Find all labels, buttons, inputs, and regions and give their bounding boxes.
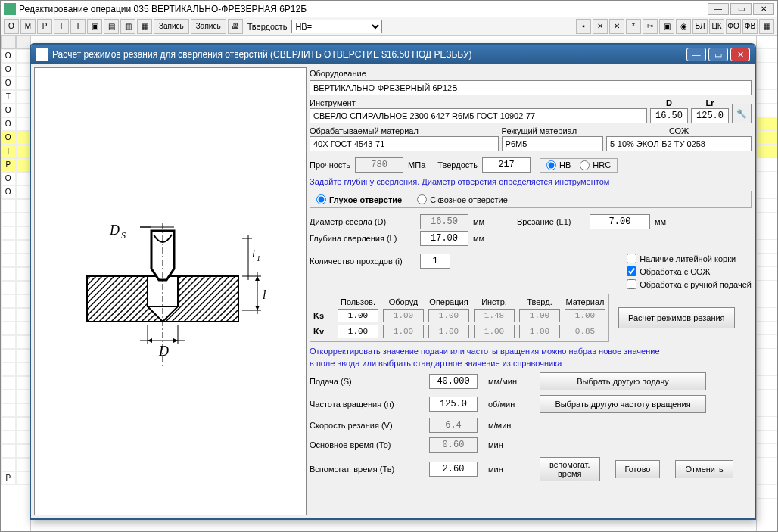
toolbar-icon-3[interactable]: ▥ — [120, 19, 135, 34]
left-grid: ОООТОООТРООР — [1, 36, 31, 531]
coef-table: Пользов. Оборуд Операция Инстр. Тверд. М… — [310, 294, 609, 342]
tool-field[interactable]: СВЕРЛО СПИРАЛЬНОЕ 2300-6427 R6M5 ГОСТ 10… — [310, 108, 647, 123]
through-hole-radio[interactable] — [417, 194, 427, 204]
speed-field — [429, 418, 478, 433]
kv-equip: 1.00 — [383, 325, 424, 338]
tab-m[interactable]: М — [20, 19, 36, 34]
equipment-field[interactable]: ВЕРТИКАЛЬНО-ФРЕЗЕРНЫЙ 6Р12Б — [310, 80, 752, 95]
toolbar-icon-1[interactable]: ▣ — [87, 19, 102, 34]
ks-user[interactable]: 1.00 — [338, 309, 378, 322]
material-field[interactable]: 40Х ГОСТ 4543-71 — [310, 136, 499, 151]
speed-label: Скорость резания (V) — [310, 421, 423, 430]
svg-marker-17 — [255, 276, 260, 281]
tab-r[interactable]: Р — [37, 19, 52, 34]
toolbar-cut-icon[interactable]: ✂ — [643, 19, 658, 34]
drill-diam-label: Диаметр сверла (D) — [310, 217, 415, 226]
svg-text:l: l — [252, 248, 255, 260]
tab-t2[interactable]: Т — [70, 19, 86, 34]
material-label: Обрабатываемый материал — [310, 126, 499, 135]
equipment-label: Оборудование — [310, 69, 752, 78]
cutting-mode-dialog: Расчет режимов резания для сверления отв… — [30, 43, 756, 520]
dialog-minimize-button[interactable]: — — [686, 48, 706, 61]
feed-label: Подача (S) — [310, 377, 423, 386]
toolbar-icon-4[interactable]: ▦ — [137, 19, 152, 34]
maximize-button[interactable]: ▭ — [730, 3, 752, 15]
correction-hint-1: Откорректировать значение подачи или час… — [310, 347, 752, 356]
hb-radio[interactable] — [546, 160, 556, 170]
passes-field[interactable] — [420, 254, 450, 269]
lr-input[interactable] — [691, 108, 729, 123]
dialog-titlebar: Расчет режимов резания для сверления отв… — [31, 45, 755, 64]
ok-button[interactable]: Готово — [615, 460, 661, 478]
toolbar-icon-2[interactable]: ▤ — [104, 19, 119, 34]
hardness-label: Твердость — [437, 160, 478, 170]
dialog-title: Расчет режимов резания для сверления отв… — [52, 49, 472, 60]
dialog-icon — [36, 48, 48, 61]
ks-tool: 1.48 — [474, 309, 515, 322]
correction-hint-2: в поле ввода или выбрать стандартное зна… — [310, 359, 752, 368]
rpm-field[interactable] — [429, 397, 478, 412]
cutmat-field[interactable]: P6M5 — [502, 136, 603, 151]
toolbar-delete-icon[interactable]: ✕ — [593, 19, 608, 34]
dialog-maximize-button[interactable]: ▭ — [708, 48, 728, 61]
ks-equip: 1.00 — [383, 309, 424, 322]
hardness-field[interactable] — [482, 157, 531, 173]
right-grid — [756, 36, 777, 531]
app-icon — [4, 3, 16, 15]
strength-unit: МПа — [408, 160, 425, 170]
coolant-checkbox[interactable] — [627, 266, 636, 276]
hardness-select[interactable]: HB= — [291, 20, 382, 33]
depth-field[interactable] — [420, 231, 468, 246]
toolbar-icon-11[interactable]: ЦК — [709, 19, 724, 34]
tool-label: Инструмент — [310, 98, 647, 107]
tv-field[interactable] — [429, 462, 478, 477]
dialog-close-button[interactable]: ✕ — [730, 48, 750, 61]
lr-label: Lr — [691, 98, 729, 107]
tool-picker-button[interactable]: 🔧 — [732, 104, 752, 123]
toolbar-icon-14[interactable]: ▦ — [759, 19, 774, 34]
save-button-2[interactable]: Запись — [191, 19, 226, 34]
select-feed-button[interactable]: Выбрать другую подачу — [540, 372, 706, 390]
plunge-field[interactable] — [590, 214, 650, 229]
kv-user[interactable]: 1.00 — [338, 325, 378, 338]
strength-label: Прочность — [310, 160, 350, 170]
toolbar-icon-12[interactable]: ФО — [726, 19, 741, 34]
d-input[interactable] — [650, 108, 688, 123]
toolbar-icon-6[interactable]: ✕ — [609, 19, 624, 34]
ks-mat: 1.00 — [565, 309, 605, 322]
calculate-button[interactable]: Расчет режимов резания — [618, 307, 735, 328]
cancel-button[interactable]: Отменить — [675, 460, 733, 478]
hrc-radio[interactable] — [580, 160, 590, 170]
svg-marker-18 — [255, 306, 260, 310]
cast-crust-checkbox[interactable] — [627, 254, 636, 263]
svg-text:1: 1 — [257, 254, 260, 263]
tab-o[interactable]: О — [4, 19, 19, 34]
coolant-field[interactable]: 5-10% ЭКОЛ-Б2 ТУ 0258- — [606, 136, 752, 151]
toolbar-icon-print[interactable]: 🖶 — [228, 19, 243, 34]
minimize-button[interactable]: — — [708, 3, 729, 15]
coolant-label: СОЖ — [606, 126, 752, 135]
cutmat-label: Режущий материал — [502, 126, 603, 135]
select-rpm-button[interactable]: Выбрать другую частоту вращения — [540, 395, 706, 413]
svg-marker-7 — [148, 338, 152, 343]
tab-t1[interactable]: Т — [54, 19, 69, 34]
close-button[interactable]: ✕ — [753, 3, 774, 15]
d-label: D — [650, 98, 688, 107]
toolbar-icon-13[interactable]: ФВ — [742, 19, 758, 34]
plunge-label: Врезание (L1) — [517, 217, 585, 226]
main-title: Редактирование операции 035 ВЕРТИКАЛЬНО-… — [19, 4, 307, 14]
toolbar-icon-8[interactable]: ▣ — [659, 19, 674, 34]
save-button-1[interactable]: Запись — [154, 19, 189, 34]
drill-icon: 🔧 — [736, 109, 747, 119]
blind-hole-radio[interactable] — [316, 194, 326, 204]
manual-feed-checkbox[interactable] — [627, 279, 636, 289]
aux-time-button[interactable]: вспомогат. время — [540, 457, 600, 481]
toolbar-icon-9[interactable]: ◉ — [676, 19, 691, 34]
toolbar-icon-7[interactable]: * — [626, 19, 641, 34]
feed-field[interactable] — [429, 374, 478, 389]
depth-hint: Задайте глубину сверления. Диаметр отвер… — [310, 177, 752, 186]
main-titlebar: Редактирование операции 035 ВЕРТИКАЛЬНО-… — [1, 1, 777, 17]
hole-type-group: Глухое отверстие Сквозное отверстие — [310, 191, 752, 208]
toolbar-icon-5[interactable]: ▪ — [576, 19, 591, 34]
toolbar-icon-10[interactable]: БЛ — [692, 19, 708, 34]
